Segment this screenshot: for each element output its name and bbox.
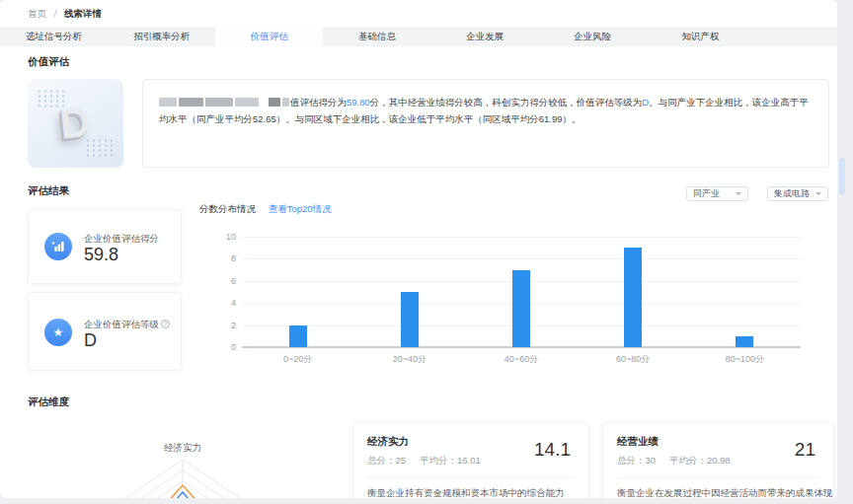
bar-chart-icon: [44, 233, 72, 260]
view-top20-link[interactable]: 查看Top20情况: [269, 203, 332, 214]
dimension-value: 14.1: [534, 439, 571, 461]
radar-axis-label: 经济实力: [84, 442, 281, 455]
avg-value: 20.98: [707, 455, 731, 466]
grade-card: ★ 企业价值评估等级 D: [28, 292, 182, 371]
chevron-down-icon: [736, 192, 741, 195]
avg-label: 平均分：: [420, 455, 457, 466]
avg-label: 平均分：: [669, 455, 707, 466]
tab-value-assessment[interactable]: 价值评估: [215, 27, 323, 46]
grade-card-label-text: 企业价值评估等级: [84, 319, 159, 329]
x-category-label: 0~20分: [242, 353, 353, 366]
tab-site-signal-analysis[interactable]: 选址信号分析: [0, 27, 108, 46]
dimension-card-performance: 经营业绩 21 总分：30平均分：20.98 衡量企业在发展过程中因经营活动而带…: [602, 422, 834, 498]
chart-bar: [401, 292, 419, 347]
summary-segment: 值评估得分为: [290, 97, 347, 108]
tab-intellectual-property[interactable]: 知识产权: [647, 27, 754, 46]
tab-attraction-probability[interactable]: 招引概率分析: [108, 27, 215, 46]
star-icon: ★: [44, 319, 72, 346]
section-title-valuation: 价值评估: [28, 55, 69, 69]
x-category-label: 60~80分: [578, 353, 689, 366]
total-label: 总分：: [617, 455, 646, 466]
breadcrumb-current: 线索详情: [64, 8, 102, 19]
dimension-description: 衡量企业持有资金规模和资本市场中的综合能力: [367, 477, 575, 498]
scrollbar-thumb[interactable]: [839, 158, 845, 195]
redacted-text: [282, 98, 289, 107]
scrollbar-track[interactable]: [839, 0, 853, 504]
score-card: 企业价值评估得分 59.8: [28, 209, 182, 284]
chart-bar: [512, 270, 530, 347]
grade-badge-letter: D: [58, 99, 93, 149]
grade-badge: D: [28, 79, 123, 168]
total-label: 总分：: [367, 455, 396, 466]
dimension-card-economic: 经济实力 14.1 总分：25平均分：16.01 衡量企业持有资金规模和资本市场…: [352, 422, 589, 498]
radar-chart: [84, 456, 281, 498]
chart-filters: 同产业 集成电路: [686, 186, 828, 201]
y-tick-label: 2: [216, 321, 236, 330]
category-filter-value: 集成电路: [774, 187, 810, 200]
dimension-description: 衡量企业在发展过程中因经营活动而带来的成果体现: [617, 477, 819, 498]
summary-score: 59.80: [347, 97, 370, 108]
valuation-summary-card: 值评估得分为59.80分，其中经营业绩得分较高，科创实力得分较低，价值评估等级为…: [142, 79, 829, 168]
chevron-down-icon: [815, 192, 821, 195]
score-distribution-chart: 10 8 6 4 2 0: [242, 237, 801, 347]
tab-bar: 选址信号分析 招引概率分析 价值评估 基础信息 企业发展 企业风险 知识产权: [0, 27, 837, 46]
y-tick-label: 10: [216, 232, 236, 242]
y-tick-label: 8: [216, 253, 236, 263]
section-title-dimensions: 评估维度: [28, 396, 69, 409]
chart-title: 分数分布情况: [199, 203, 256, 214]
chart-x-labels: 0~20分 20~40分 40~60分 60~80分 80~100分: [242, 353, 801, 366]
summary-segment: 分，其中经营业绩得分较高，科创实力得分较低，价值评估等级为: [370, 97, 643, 108]
dimension-value: 21: [795, 439, 815, 461]
total-value: 25: [396, 455, 407, 466]
category-filter-select[interactable]: 集成电路: [767, 186, 828, 201]
redacted-text: [269, 98, 280, 107]
x-category-label: 40~60分: [465, 353, 577, 366]
chart-bars: [242, 237, 801, 347]
industry-filter-select[interactable]: 同产业: [686, 186, 748, 201]
industry-filter-value: 同产业: [693, 187, 720, 200]
valuation-summary-text: 值评估得分为59.80分，其中经营业绩得分较高，科创实力得分较低，价值评估等级为…: [159, 94, 813, 127]
section-title-results: 评估结果: [28, 184, 69, 198]
breadcrumb-home-link[interactable]: 首页: [28, 8, 46, 19]
chart-bar: [289, 325, 307, 347]
grade-card-label: 企业价值评估等级: [84, 319, 170, 331]
breadcrumb-separator: /: [54, 8, 57, 19]
x-category-label: 80~100分: [689, 353, 801, 366]
tab-company-development[interactable]: 企业发展: [431, 27, 539, 46]
redacted-text: [205, 98, 233, 107]
score-card-value: 59.8: [84, 245, 118, 265]
grade-card-value: D: [84, 330, 97, 351]
x-category-label: 20~40分: [353, 353, 465, 366]
chart-bar: [736, 336, 753, 347]
chart-header: 分数分布情况 查看Top20情况: [199, 203, 332, 216]
breadcrumb: 首页 / 线索详情: [28, 8, 102, 21]
avg-value: 16.01: [457, 455, 481, 466]
total-value: 30: [646, 455, 657, 466]
y-tick-label: 6: [216, 276, 236, 286]
redacted-text: [235, 98, 259, 107]
dimension-title: 经营业绩: [617, 435, 819, 449]
tab-basic-info[interactable]: 基础信息: [323, 27, 430, 46]
redacted-text: [159, 98, 177, 107]
chart-bar: [624, 248, 642, 347]
redacted-text: [179, 98, 203, 107]
y-tick-label: 0: [216, 342, 236, 352]
tab-company-risk[interactable]: 企业风险: [539, 27, 647, 46]
dimension-stats: 总分：30平均分：20.98: [617, 455, 819, 468]
y-tick-label: 4: [216, 298, 236, 308]
detail-page: 首页 / 线索详情 选址信号分析 招引概率分析 价值评估 基础信息 企业发展 企…: [0, 0, 837, 498]
info-icon[interactable]: [161, 320, 170, 328]
